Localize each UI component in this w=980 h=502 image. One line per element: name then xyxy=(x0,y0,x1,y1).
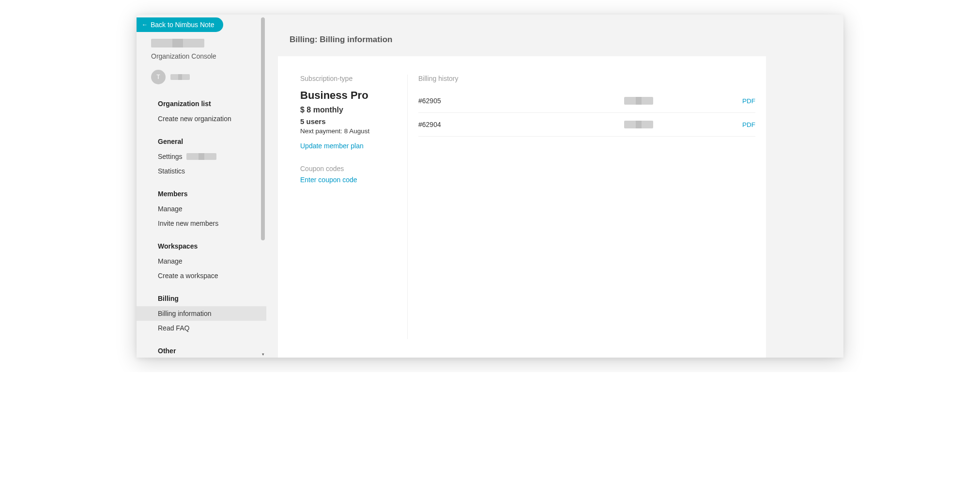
scrollbar-thumb[interactable] xyxy=(261,17,265,240)
nav-item-create-org[interactable]: Create new organization xyxy=(137,111,266,126)
coupon-label: Coupon codes xyxy=(300,165,398,173)
nav-heading-workspaces: Workspaces xyxy=(137,238,266,254)
avatar-letter: T xyxy=(156,74,160,80)
nav-label: Settings xyxy=(158,153,183,160)
avatar: T xyxy=(151,70,166,84)
username-redacted xyxy=(170,74,190,80)
nav-section-billing: Billing Billing information Read FAQ xyxy=(137,286,266,338)
history-id: #62905 xyxy=(418,97,535,105)
plan-name: Business Pro xyxy=(300,89,398,102)
nav-item-settings[interactable]: Settings xyxy=(137,149,266,164)
billing-history-label: Billing history xyxy=(418,75,755,82)
nav-item-statistics[interactable]: Statistics xyxy=(137,164,266,178)
nav-label: Manage xyxy=(158,205,183,213)
plan-users: 5 users xyxy=(300,117,398,126)
arrow-left-icon: ← xyxy=(142,21,148,28)
nav-item-manage-workspaces[interactable]: Manage xyxy=(137,254,266,268)
nav-item-manage-members[interactable]: Manage xyxy=(137,202,266,216)
pdf-download-link[interactable]: PDF xyxy=(742,121,755,128)
settings-suffix-redacted xyxy=(186,153,216,160)
nav-label: Manage xyxy=(158,257,183,265)
history-middle-redacted xyxy=(624,121,653,128)
nav-item-read-faq[interactable]: Read FAQ xyxy=(137,321,266,335)
nav-section-org-list: Organization list Create new organizatio… xyxy=(137,91,266,129)
scroll-down-icon: ▾ xyxy=(260,352,265,357)
nav-label: Read FAQ xyxy=(158,324,189,332)
pdf-download-link[interactable]: PDF xyxy=(742,97,755,105)
billing-card: Subscription-type Business Pro $ 8 month… xyxy=(278,56,766,358)
subscription-type-label: Subscription-type xyxy=(300,75,398,82)
nav-label: Create new organization xyxy=(158,115,231,123)
nav-heading-billing: Billing xyxy=(137,291,266,306)
nav-section-workspaces: Workspaces Manage Create a workspace xyxy=(137,234,266,286)
org-name-redacted xyxy=(151,39,204,47)
plan-price: $ 8 monthly xyxy=(300,106,398,114)
org-block: Organization Console xyxy=(137,32,266,65)
app-shell: ← Back to Nimbus Note Organization Conso… xyxy=(137,15,843,358)
nav-heading-org-list: Organization list xyxy=(137,96,266,111)
back-to-nimbus-button[interactable]: ← Back to Nimbus Note xyxy=(137,17,223,32)
history-column: Billing history #62905 PDF #62904 PDF xyxy=(408,75,755,339)
main-content: Billing: Billing information Subscriptio… xyxy=(266,15,843,358)
subscription-column: Subscription-type Business Pro $ 8 month… xyxy=(300,75,408,339)
nav-label: Billing information xyxy=(158,310,212,317)
nav-label: Create a workspace xyxy=(158,272,218,280)
org-subtitle: Organization Console xyxy=(151,52,259,60)
nav-item-billing-info[interactable]: Billing information xyxy=(137,306,266,321)
nav-label: Invite new members xyxy=(158,220,218,227)
history-table: #62905 PDF #62904 PDF xyxy=(418,89,755,137)
update-plan-link[interactable]: Update member plan xyxy=(300,142,364,150)
sidebar-scrollbar[interactable]: ▴ ▾ xyxy=(260,16,265,356)
nav-label: Statistics xyxy=(158,167,185,175)
coupon-block: Coupon codes Enter coupon code xyxy=(300,165,398,184)
nav-item-create-workspace[interactable]: Create a workspace xyxy=(137,268,266,283)
back-label: Back to Nimbus Note xyxy=(151,21,214,29)
history-row: #62904 PDF xyxy=(418,113,755,137)
next-payment: Next payment: 8 August xyxy=(300,127,398,135)
nav-heading-general: General xyxy=(137,134,266,149)
sidebar: ← Back to Nimbus Note Organization Conso… xyxy=(137,15,266,358)
nav-heading-other: Other xyxy=(137,343,266,358)
avatar-row[interactable]: T xyxy=(137,65,266,91)
page-title: Billing: Billing information xyxy=(266,15,843,56)
nav-item-invite-members[interactable]: Invite new members xyxy=(137,216,266,231)
nav-heading-members: Members xyxy=(137,186,266,202)
nav-section-general: General Settings Statistics xyxy=(137,129,266,181)
nav-section-other: Other xyxy=(137,338,266,358)
nav-section-members: Members Manage Invite new members xyxy=(137,181,266,234)
history-middle-redacted xyxy=(624,97,653,105)
enter-coupon-link[interactable]: Enter coupon code xyxy=(300,176,357,184)
history-id: #62904 xyxy=(418,121,535,128)
history-row: #62905 PDF xyxy=(418,89,755,113)
